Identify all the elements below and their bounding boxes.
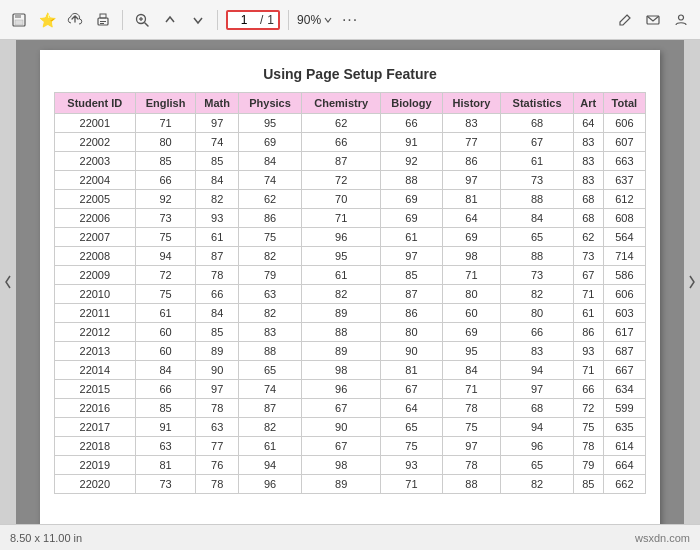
cell-r17-c4: 67 — [302, 437, 381, 456]
cell-r1-c2: 74 — [196, 133, 239, 152]
cell-r14-c7: 97 — [501, 380, 574, 399]
cell-r1-c5: 91 — [381, 133, 443, 152]
cell-r7-c7: 88 — [501, 247, 574, 266]
cell-r19-c5: 71 — [381, 475, 443, 494]
svg-rect-1 — [15, 14, 21, 18]
cell-r15-c5: 64 — [381, 399, 443, 418]
cell-r19-c6: 88 — [442, 475, 500, 494]
zoom-icon[interactable] — [131, 9, 153, 31]
cell-r14-c5: 67 — [381, 380, 443, 399]
separator3 — [288, 10, 289, 30]
cell-r16-c5: 65 — [381, 418, 443, 437]
cell-r3-c9: 637 — [603, 171, 645, 190]
cell-r1-c7: 67 — [501, 133, 574, 152]
cell-r17-c3: 61 — [238, 437, 301, 456]
cell-r14-c6: 71 — [442, 380, 500, 399]
table-header-row: Student IDEnglishMathPhysicsChemistryBio… — [55, 93, 646, 114]
cell-r9-c5: 87 — [381, 285, 443, 304]
cell-r9-c8: 71 — [573, 285, 603, 304]
cell-r6-c5: 61 — [381, 228, 443, 247]
bookmark-icon[interactable]: ⭐ — [36, 9, 58, 31]
cell-r12-c4: 89 — [302, 342, 381, 361]
cell-r14-c0: 22015 — [55, 380, 136, 399]
document-area[interactable]: Using Page Setup Feature Student IDEngli… — [16, 40, 684, 524]
cell-r13-c0: 22014 — [55, 361, 136, 380]
cell-r15-c4: 67 — [302, 399, 381, 418]
col-header-english: English — [135, 93, 196, 114]
cell-r2-c2: 85 — [196, 152, 239, 171]
cell-r7-c8: 73 — [573, 247, 603, 266]
cell-r10-c8: 61 — [573, 304, 603, 323]
cell-r15-c8: 72 — [573, 399, 603, 418]
cell-r0-c1: 71 — [135, 114, 196, 133]
cell-r16-c9: 635 — [603, 418, 645, 437]
cell-r0-c8: 64 — [573, 114, 603, 133]
cell-r5-c5: 69 — [381, 209, 443, 228]
cell-r18-c8: 79 — [573, 456, 603, 475]
page-navigation: 1 / 1 — [226, 10, 280, 30]
table-row: 220198176949893786579664 — [55, 456, 646, 475]
cell-r16-c0: 22017 — [55, 418, 136, 437]
cell-r12-c1: 60 — [135, 342, 196, 361]
cell-r18-c7: 65 — [501, 456, 574, 475]
cell-r11-c6: 69 — [442, 323, 500, 342]
cell-r9-c6: 80 — [442, 285, 500, 304]
scroll-up-icon[interactable] — [159, 9, 181, 31]
edit-icon[interactable] — [614, 9, 636, 31]
cell-r4-c2: 82 — [196, 190, 239, 209]
page-size-label: 8.50 x 11.00 in — [10, 532, 635, 544]
cell-r4-c8: 68 — [573, 190, 603, 209]
cloud-upload-icon[interactable] — [64, 9, 86, 31]
col-header-statistics: Statistics — [501, 93, 574, 114]
scroll-down-icon[interactable] — [187, 9, 209, 31]
cell-r16-c8: 75 — [573, 418, 603, 437]
cell-r9-c2: 66 — [196, 285, 239, 304]
zoom-control[interactable]: 90% — [297, 13, 333, 27]
mail-icon[interactable] — [642, 9, 664, 31]
col-header-art: Art — [573, 93, 603, 114]
cell-r11-c2: 85 — [196, 323, 239, 342]
cell-r8-c3: 79 — [238, 266, 301, 285]
cell-r10-c1: 61 — [135, 304, 196, 323]
cell-r3-c7: 73 — [501, 171, 574, 190]
cell-r3-c1: 66 — [135, 171, 196, 190]
cell-r14-c4: 96 — [302, 380, 381, 399]
cell-r3-c8: 83 — [573, 171, 603, 190]
right-arrow[interactable] — [684, 40, 700, 524]
cell-r9-c7: 82 — [501, 285, 574, 304]
save-icon[interactable] — [8, 9, 30, 31]
cell-r6-c6: 69 — [442, 228, 500, 247]
cell-r10-c0: 22011 — [55, 304, 136, 323]
cell-r18-c6: 78 — [442, 456, 500, 475]
page-number-input[interactable]: 1 — [232, 13, 256, 27]
table-row: 220089487829597988873714 — [55, 247, 646, 266]
cell-r5-c7: 84 — [501, 209, 574, 228]
cell-r15-c2: 78 — [196, 399, 239, 418]
cell-r16-c4: 90 — [302, 418, 381, 437]
cell-r15-c9: 599 — [603, 399, 645, 418]
cell-r18-c3: 94 — [238, 456, 301, 475]
cell-r8-c0: 22009 — [55, 266, 136, 285]
cell-r0-c2: 97 — [196, 114, 239, 133]
left-arrow[interactable] — [0, 40, 16, 524]
cell-r6-c4: 96 — [302, 228, 381, 247]
svg-point-12 — [679, 15, 684, 20]
table-row: 220028074696691776783607 — [55, 133, 646, 152]
user-icon[interactable] — [670, 9, 692, 31]
print-icon[interactable] — [92, 9, 114, 31]
cell-r6-c0: 22007 — [55, 228, 136, 247]
cell-r18-c5: 93 — [381, 456, 443, 475]
cell-r4-c9: 612 — [603, 190, 645, 209]
cell-r2-c4: 87 — [302, 152, 381, 171]
cell-r0-c4: 62 — [302, 114, 381, 133]
cell-r12-c7: 83 — [501, 342, 574, 361]
cell-r3-c5: 88 — [381, 171, 443, 190]
more-options-icon[interactable]: ··· — [339, 9, 361, 31]
cell-r6-c2: 61 — [196, 228, 239, 247]
cell-r17-c5: 75 — [381, 437, 443, 456]
cell-r12-c9: 687 — [603, 342, 645, 361]
cell-r15-c6: 78 — [442, 399, 500, 418]
cell-r4-c7: 88 — [501, 190, 574, 209]
cell-r2-c8: 83 — [573, 152, 603, 171]
col-header-student-id: Student ID — [55, 93, 136, 114]
